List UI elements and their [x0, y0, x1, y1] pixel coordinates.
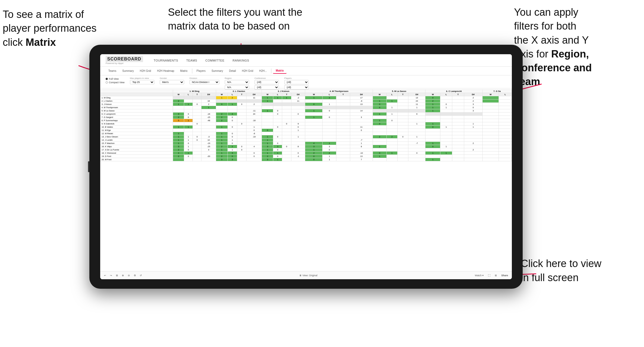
table-header-1: 1. W Ding	[173, 90, 216, 93]
ann-tl-line2: player performances	[3, 23, 96, 34]
matrix-cell	[237, 139, 246, 142]
zoom-in-btn[interactable]: ⊕	[121, 274, 125, 277]
matrix-cell	[193, 142, 201, 145]
matrix-cell: 13	[350, 155, 373, 158]
matrix-cell	[305, 132, 323, 135]
view-original-btn[interactable]: 🖥 View: Original	[298, 274, 318, 277]
matrix-cell	[464, 152, 482, 155]
watch-btn[interactable]: Watch ▾	[474, 274, 485, 277]
share-btn[interactable]: Share	[500, 274, 509, 277]
matrix-cell: 2	[262, 155, 273, 158]
player-name-cell: 1. W Ding	[100, 96, 173, 99]
matrix-cell	[273, 116, 282, 119]
matrix-cell	[336, 119, 350, 122]
matrix-cell: 3	[464, 109, 482, 113]
matrix-cell	[173, 96, 184, 99]
nav-teams[interactable]: TEAMS	[186, 59, 197, 62]
sh-t4: T	[336, 93, 350, 96]
player-name-cell: 8. P Summerhays	[100, 119, 173, 122]
sub-nav-matrix[interactable]: Matrix	[177, 68, 190, 73]
nav-committee[interactable]: COMMITTEE	[205, 59, 225, 62]
matrix-cell: 4	[305, 142, 323, 145]
region-select-x[interactable]: N/A	[225, 80, 249, 84]
matrix-cell	[482, 142, 499, 145]
sh-d1: Dif	[201, 93, 216, 96]
matrix-cell	[184, 99, 193, 103]
matrix-cell	[452, 158, 464, 161]
annotation-top-center: Select the filters you want the matrix d…	[168, 5, 314, 33]
matrix-cell: 1	[291, 135, 305, 139]
matrix-cell: 1	[262, 148, 273, 152]
division-select[interactable]: NCAA Division I	[190, 80, 219, 84]
matrix-cell: -19	[246, 135, 262, 139]
players-select-x[interactable]: (All)	[284, 80, 309, 84]
sh-t6: T	[452, 93, 464, 96]
player-name-cell: 2. L Clanton	[100, 99, 173, 103]
matrix-cell: 1	[228, 103, 237, 106]
matrix-cell: 8	[350, 145, 373, 148]
sub-nav-summary[interactable]: Summary	[119, 68, 136, 73]
sub-nav-h2h-heatmap[interactable]: H2H Heatmap	[154, 68, 177, 73]
matrix-cell	[246, 116, 262, 119]
gender-select[interactable]: Men's	[160, 80, 184, 84]
matrix-cell	[440, 148, 452, 152]
table-row: 2. L Clanton216111-6112422	[100, 99, 512, 103]
sub-nav-players-detail[interactable]: Detail	[226, 68, 239, 73]
matrix-cell: 0	[425, 145, 440, 148]
matrix-cell	[386, 122, 397, 126]
matrix-cell: 2	[173, 148, 184, 152]
matrix-cell: 0	[408, 152, 425, 155]
redo-btn[interactable]: ↪	[109, 274, 113, 277]
matrix-cell	[397, 158, 408, 161]
matrix-cell: 2	[173, 152, 184, 155]
matrix-cell	[440, 113, 452, 116]
settings-btn[interactable]: ⚙	[133, 274, 137, 277]
player-name-cell: 16. K Vilips	[100, 145, 173, 148]
matrix-cell: 0	[373, 122, 386, 126]
matrix-cell: 1	[425, 152, 440, 155]
matrix-cell	[482, 129, 499, 132]
max-players-select[interactable]: Top 25	[130, 80, 154, 84]
sub-nav-players[interactable]: Players	[194, 68, 208, 73]
matrix-cell	[464, 139, 482, 142]
player-name-cell: 4. M Thorbjornsen	[100, 106, 173, 109]
conference-select-x[interactable]: (All)	[255, 80, 279, 84]
logo-text: SCOREBOARD	[106, 56, 143, 62]
matrix-cell: 14	[350, 109, 373, 113]
matrix-cell	[373, 109, 386, 113]
nav-rankings[interactable]: RANKINGS	[233, 59, 249, 62]
zoom-out-btn[interactable]: ⊖	[127, 274, 131, 277]
matrix-cell	[246, 158, 262, 161]
matrix-cell: 1	[373, 155, 386, 158]
sub-nav-active-matrix[interactable]: Matrix	[273, 68, 286, 74]
matrix-cell	[282, 113, 291, 116]
ann-tc-text: Select the filters you want the matrix d…	[168, 7, 302, 32]
zoom-fit-btn[interactable]: ⊞	[115, 274, 119, 277]
sub-nav-h2h-grid[interactable]: H2H Grid	[137, 68, 154, 73]
fullscreen-btn[interactable]: ⛶	[487, 274, 492, 277]
annotation-top-left: To see a matrix of player performances c…	[3, 8, 106, 49]
matrix-cell: 0	[184, 148, 193, 152]
full-view-radio[interactable]: Full View	[106, 78, 125, 80]
matrix-cell	[373, 116, 386, 119]
matrix-cell: 0	[323, 148, 336, 152]
matrix-cell: 0	[228, 116, 237, 119]
sub-nav-players-h2h[interactable]: H2H...	[256, 68, 269, 73]
matrix-cell: 11	[408, 103, 425, 106]
matrix-cell: 2	[216, 155, 228, 158]
matrix-cell	[386, 158, 397, 161]
sub-nav-players-summary[interactable]: Summary	[209, 68, 226, 73]
matrix-cell: 0	[273, 135, 282, 139]
undo-btn[interactable]: ↩	[103, 274, 107, 277]
nav-tournaments[interactable]: TOURNAMENTS	[154, 59, 178, 62]
matrix-cell	[305, 126, 323, 129]
grid-btn[interactable]: ⊞	[494, 274, 498, 277]
refresh-btn[interactable]: ↺	[139, 274, 143, 277]
sub-nav-teams[interactable]: Teams	[106, 68, 119, 73]
matrix-cell	[228, 122, 237, 126]
matrix-cell	[228, 109, 237, 113]
compact-view-radio[interactable]: Compact View	[106, 81, 125, 84]
matrix-cell	[273, 132, 282, 135]
table-header-player	[100, 90, 173, 93]
sub-nav-players-h2h-grid[interactable]: H2H Grid	[239, 68, 256, 73]
